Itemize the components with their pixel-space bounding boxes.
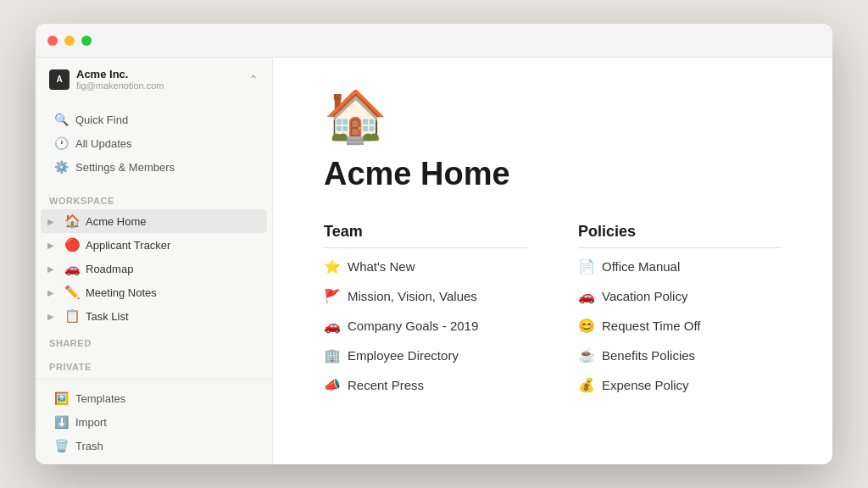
- smile-icon: 😊: [578, 318, 595, 334]
- mission-label: Mission, Vision, Values: [348, 289, 477, 303]
- private-section-label: PRIVATE: [36, 352, 272, 375]
- roadmap-label: Roadmap: [86, 263, 133, 275]
- list-item-office-manual[interactable]: 📄 Office Manual: [578, 252, 782, 281]
- account-chevron-icon: ⌃: [248, 73, 259, 86]
- sidebar-item-import[interactable]: ⬇️ Import: [41, 410, 267, 434]
- list-item-company-goals[interactable]: 🚗 Company Goals - 2019: [324, 311, 527, 341]
- app-window: A Acme Inc. fig@makenotion.com ⌃ 🔍 Quick…: [36, 24, 832, 464]
- sidebar-footer: 🖼️ Templates ⬇️ Import 🗑️ Trash: [36, 379, 272, 464]
- account-email: fig@makenotion.com: [76, 80, 164, 91]
- trash-icon: 🗑️: [54, 439, 69, 452]
- vacation-policy-label: Vacation Policy: [602, 289, 687, 303]
- sidebar-item-roadmap[interactable]: ▶ 🚗 Roadmap: [41, 257, 267, 280]
- applicant-tracker-label: Applicant Tracker: [86, 239, 170, 252]
- list-item-employee-directory[interactable]: 🏢 Employee Directory: [324, 341, 527, 370]
- sidebar-nav: 🔍 Quick Find 🕐 All Updates ⚙️ Settings &…: [36, 101, 272, 186]
- meeting-notes-label: Meeting Notes: [86, 286, 157, 299]
- list-item-request-time-off[interactable]: 😊 Request Time Off: [578, 311, 782, 341]
- sidebar-item-meeting-notes[interactable]: ▶ ✏️ Meeting Notes: [41, 280, 267, 304]
- team-column: Team ⭐ What's New 🚩 Mission, Vision, Val…: [324, 223, 527, 400]
- list-item-benefits-policies[interactable]: ☕ Benefits Policies: [578, 341, 782, 370]
- task-list-label: Task List: [86, 310, 129, 323]
- document-icon: 📄: [578, 258, 595, 274]
- sidebar: A Acme Inc. fig@makenotion.com ⌃ 🔍 Quick…: [36, 24, 273, 464]
- team-heading: Team: [324, 223, 527, 248]
- car-icon: 🚗: [324, 318, 341, 334]
- quick-find-label: Quick Find: [75, 114, 128, 126]
- account-details: Acme Inc. fig@makenotion.com: [76, 68, 164, 91]
- trash-label: Trash: [75, 440, 103, 452]
- list-item-mission[interactable]: 🚩 Mission, Vision, Values: [324, 281, 527, 311]
- content-area: 🏠 Acme Home Team ⭐ What's New 🚩 Mission,…: [273, 58, 832, 434]
- chevron-right-icon: ▶: [47, 288, 59, 297]
- chevron-right-icon: ▶: [47, 312, 59, 321]
- star-icon: ⭐: [324, 258, 341, 274]
- settings-label: Settings & Members: [75, 161, 175, 174]
- list-item-vacation-policy[interactable]: 🚗 Vacation Policy: [578, 281, 782, 311]
- roadmap-emoji: 🚗: [64, 261, 81, 276]
- shared-section-label: SHARED: [36, 328, 272, 352]
- flag-icon: 🚩: [324, 288, 341, 304]
- account-info-left: A Acme Inc. fig@makenotion.com: [49, 68, 164, 91]
- workspace-section-label: WORKSPACE: [36, 186, 272, 209]
- policies-column: Policies 📄 Office Manual 🚗 Vacation Poli…: [578, 223, 782, 400]
- list-item-expense-policy[interactable]: 💰 Expense Policy: [578, 370, 782, 400]
- account-avatar: A: [49, 69, 70, 90]
- company-goals-label: Company Goals - 2019: [348, 319, 478, 333]
- employee-directory-label: Employee Directory: [348, 348, 459, 363]
- close-button[interactable]: [47, 36, 58, 46]
- all-updates-label: All Updates: [75, 137, 131, 150]
- sidebar-item-templates[interactable]: 🖼️ Templates: [41, 386, 267, 410]
- sidebar-item-all-updates[interactable]: 🕐 All Updates: [41, 131, 267, 155]
- clock-icon: 🕐: [54, 136, 69, 150]
- page-emoji: 🏠: [324, 92, 782, 142]
- acme-home-emoji: 🏠: [64, 214, 81, 229]
- chevron-right-icon: ▶: [47, 241, 59, 250]
- applicant-tracker-emoji: 🔴: [64, 237, 81, 252]
- office-manual-label: Office Manual: [602, 259, 680, 274]
- benefits-policies-label: Benefits Policies: [602, 348, 695, 363]
- gear-icon: ⚙️: [54, 160, 69, 174]
- page-title: Acme Home: [324, 156, 782, 192]
- acme-home-label: Acme Home: [86, 215, 147, 228]
- money-icon: 💰: [578, 377, 595, 393]
- megaphone-icon: 📣: [324, 377, 341, 393]
- account-name: Acme Inc.: [76, 68, 164, 80]
- columns-container: Team ⭐ What's New 🚩 Mission, Vision, Val…: [324, 223, 782, 400]
- car2-icon: 🚗: [578, 288, 595, 304]
- sidebar-item-trash[interactable]: 🗑️ Trash: [41, 434, 267, 458]
- sidebar-item-quick-find[interactable]: 🔍 Quick Find: [41, 108, 267, 131]
- list-item-recent-press[interactable]: 📣 Recent Press: [324, 370, 527, 400]
- team-list: ⭐ What's New 🚩 Mission, Vision, Values 🚗…: [324, 252, 527, 400]
- sidebar-item-applicant-tracker[interactable]: ▶ 🔴 Applicant Tracker: [41, 233, 267, 257]
- account-section[interactable]: A Acme Inc. fig@makenotion.com ⌃: [36, 58, 272, 101]
- import-label: Import: [75, 416, 107, 429]
- expense-policy-label: Expense Policy: [602, 378, 689, 392]
- templates-icon: 🖼️: [54, 391, 69, 405]
- minimize-button[interactable]: [64, 36, 75, 46]
- recent-press-label: Recent Press: [348, 378, 424, 392]
- meeting-notes-emoji: ✏️: [64, 285, 81, 300]
- templates-label: Templates: [75, 392, 125, 405]
- policies-list: 📄 Office Manual 🚗 Vacation Policy 😊 Requ…: [578, 252, 782, 400]
- import-icon: ⬇️: [54, 415, 69, 429]
- building-icon: 🏢: [324, 347, 341, 363]
- sidebar-item-task-list[interactable]: ▶ 📋 Task List: [41, 304, 267, 328]
- task-list-emoji: 📋: [64, 308, 81, 324]
- titlebar: [36, 24, 832, 58]
- coffee-icon: ☕: [578, 347, 595, 363]
- main-content: 🏠 Acme Home Team ⭐ What's New 🚩 Mission,…: [273, 24, 832, 464]
- request-time-off-label: Request Time Off: [602, 319, 700, 333]
- search-icon: 🔍: [54, 113, 69, 126]
- list-item-whats-new[interactable]: ⭐ What's New: [324, 252, 527, 281]
- policies-heading: Policies: [578, 223, 782, 248]
- sidebar-item-acme-home[interactable]: ▶ 🏠 Acme Home: [41, 209, 267, 233]
- chevron-right-icon: ▶: [47, 264, 59, 274]
- sidebar-item-settings[interactable]: ⚙️ Settings & Members: [41, 155, 267, 179]
- whats-new-label: What's New: [348, 259, 415, 274]
- maximize-button[interactable]: [81, 36, 92, 46]
- chevron-right-icon: ▶: [47, 217, 59, 226]
